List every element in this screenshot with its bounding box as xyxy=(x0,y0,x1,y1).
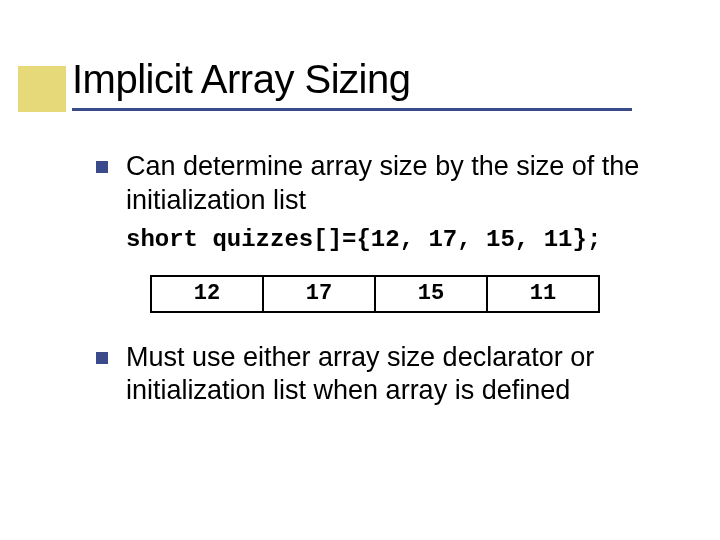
bullet-text: Must use either array size declarator or… xyxy=(126,341,656,409)
bullet-item: Can determine array size by the size of … xyxy=(96,150,656,218)
bullet-item: Must use either array size declarator or… xyxy=(96,341,656,409)
title-accent-box xyxy=(18,66,66,112)
array-table: 12 17 15 11 xyxy=(150,275,600,313)
array-cell: 17 xyxy=(263,276,375,312)
array-cell: 11 xyxy=(487,276,599,312)
slide-title: Implicit Array Sizing xyxy=(72,56,410,102)
array-cell: 15 xyxy=(375,276,487,312)
slide: Implicit Array Sizing Can determine arra… xyxy=(0,0,720,540)
bullet-text: Can determine array size by the size of … xyxy=(126,150,656,218)
title-underline xyxy=(72,108,632,111)
slide-body: Can determine array size by the size of … xyxy=(96,150,656,414)
bullet-square-icon xyxy=(96,161,108,173)
array-cell: 12 xyxy=(151,276,263,312)
code-snippet: short quizzes[]={12, 17, 15, 11}; xyxy=(126,226,656,253)
title-container: Implicit Array Sizing xyxy=(72,56,410,102)
bullet-square-icon xyxy=(96,352,108,364)
table-row: 12 17 15 11 xyxy=(151,276,599,312)
